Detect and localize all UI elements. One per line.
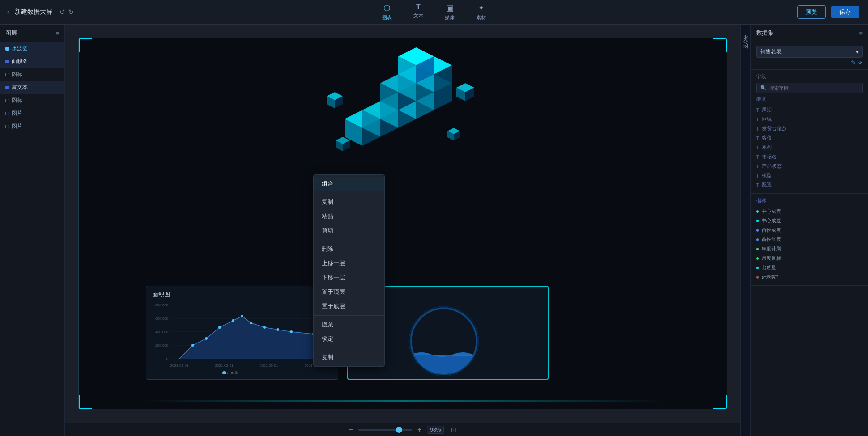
layer-icon2[interactable]: 图标 bbox=[0, 94, 64, 107]
area-chart-title: 面积图 bbox=[153, 291, 332, 299]
dim-item-8: T 配置 bbox=[756, 180, 863, 190]
dim-item-4: T 系列 bbox=[756, 143, 863, 152]
metric-dot-3 bbox=[756, 238, 759, 241]
right-panel-menu[interactable]: ≡ bbox=[859, 30, 863, 37]
dataset-refresh-icon[interactable]: ⟳ bbox=[858, 59, 863, 66]
layer-image1[interactable]: 图片 bbox=[0, 107, 64, 120]
ctx-divider-2 bbox=[314, 240, 384, 240]
right-panel-header: 数据集 ≡ bbox=[751, 25, 868, 42]
layer-water[interactable]: 水波图 bbox=[0, 42, 64, 55]
toolbar-media[interactable]: ▣ 媒体 bbox=[441, 1, 458, 23]
metric-3: 首份维度 bbox=[756, 235, 863, 244]
metric-4: 年度计划 bbox=[756, 244, 863, 254]
svg-point-53 bbox=[191, 344, 194, 347]
fit-screen-button[interactable]: ⊡ bbox=[451, 426, 456, 433]
layer-icon1[interactable]: 图标 bbox=[0, 68, 64, 81]
layer-dot-icon2 bbox=[5, 99, 9, 102]
ctx-copy[interactable]: 复制 bbox=[314, 195, 384, 209]
corner-br bbox=[713, 395, 727, 409]
ctx-move-up[interactable]: 上移一层 bbox=[314, 256, 384, 271]
preview-button[interactable]: 预览 bbox=[797, 5, 826, 19]
metric-6: 出货量 bbox=[756, 263, 863, 272]
dataset-edit-icon[interactable]: ✎ bbox=[851, 59, 855, 66]
layer-image2[interactable]: 图片 bbox=[0, 120, 64, 133]
cubes-visual bbox=[318, 47, 488, 173]
layers-title: 图层 bbox=[5, 29, 17, 37]
svg-point-57 bbox=[241, 315, 243, 317]
svg-text:出货量: 出货量 bbox=[227, 371, 238, 374]
dataset-select-arrow: ▾ bbox=[856, 49, 859, 55]
material-icon: ✦ bbox=[478, 3, 485, 13]
redo-button[interactable]: ↻ bbox=[68, 8, 74, 16]
zoom-thumb bbox=[396, 427, 402, 433]
layer-label-image2: 图片 bbox=[12, 123, 22, 130]
svg-point-64 bbox=[222, 371, 226, 374]
toolbar-text[interactable]: T 文本 bbox=[410, 1, 427, 23]
svg-text:200,000: 200,000 bbox=[155, 343, 168, 347]
dataset-section: 销售总表 ▾ ✎ ⟳ bbox=[751, 42, 868, 70]
metrics-label: 指标 bbox=[756, 197, 863, 204]
undo-redo-group: ↺ ↻ bbox=[60, 8, 74, 16]
zoom-out-button[interactable]: − bbox=[349, 426, 353, 434]
ctx-cut[interactable]: 剪切 bbox=[314, 224, 384, 238]
zoom-slider[interactable] bbox=[358, 429, 412, 431]
svg-text:2021-03-01: 2021-03-01 bbox=[215, 364, 234, 368]
search-icon: 🔍 bbox=[760, 85, 766, 91]
zoom-in-button[interactable]: + bbox=[417, 426, 421, 434]
back-button[interactable]: ‹ bbox=[5, 6, 11, 18]
side-tab-icon[interactable]: ≡ bbox=[744, 426, 747, 432]
dim-item-1: T 区域 bbox=[756, 114, 863, 124]
main-canvas[interactable]: 面积图 800,000 600,000 400,000 200,000 0 20… bbox=[65, 25, 740, 423]
layer-dot-area bbox=[5, 60, 9, 63]
dim-icon-4: T bbox=[756, 145, 759, 150]
dim-item-7: T 机型 bbox=[756, 171, 863, 180]
top-bar: ‹ 新建数据大屏 ↺ ↻ ⬡ 图表 T 文本 ▣ 媒体 ✦ 素材 预览 保存 bbox=[0, 0, 868, 25]
text-icon: T bbox=[416, 3, 421, 11]
ctx-duplicate[interactable]: 复制 bbox=[314, 350, 384, 364]
toolbar-material[interactable]: ✦ 素材 bbox=[472, 1, 489, 23]
dim-icon-3: T bbox=[756, 135, 759, 141]
layer-dot-image2 bbox=[5, 125, 9, 128]
bottom-decoration bbox=[144, 400, 662, 402]
dim-item-3: T 客份 bbox=[756, 133, 863, 143]
toolbar-center: ⬡ 图表 T 文本 ▣ 媒体 ✦ 素材 bbox=[89, 1, 779, 23]
layer-dot-richtext bbox=[5, 86, 9, 89]
metric-1: 中心成度 bbox=[756, 216, 863, 225]
ctx-delete[interactable]: 删除 bbox=[314, 242, 384, 256]
search-input[interactable] bbox=[769, 85, 859, 91]
metric-7: 记录数* bbox=[756, 272, 863, 282]
svg-text:600,000: 600,000 bbox=[155, 317, 168, 321]
layer-area[interactable]: 面积图 bbox=[0, 55, 64, 68]
save-button[interactable]: 保存 bbox=[831, 6, 859, 18]
svg-point-54 bbox=[205, 337, 208, 340]
right-panel-title: 数据集 bbox=[756, 29, 774, 37]
layers-menu-icon[interactable]: ≡ bbox=[55, 30, 59, 37]
fields-label: 字段 bbox=[756, 73, 863, 80]
dataset-actions: ✎ ⟳ bbox=[756, 59, 863, 66]
ctx-hide[interactable]: 隐藏 bbox=[314, 317, 384, 332]
dimensions-label: 维度 bbox=[756, 96, 863, 102]
toolbar-chart[interactable]: ⬡ 图表 bbox=[379, 1, 396, 23]
ctx-to-bottom[interactable]: 置于底层 bbox=[314, 299, 384, 313]
top-bar-right: 预览 保存 bbox=[779, 5, 868, 19]
metric-dot-7 bbox=[756, 276, 759, 279]
corner-tl bbox=[79, 38, 92, 52]
corner-bl bbox=[79, 395, 92, 409]
dim-icon-0: T bbox=[756, 107, 759, 113]
ctx-move-down[interactable]: 下移一层 bbox=[314, 271, 384, 285]
ctx-lock[interactable]: 锁定 bbox=[314, 332, 384, 346]
undo-button[interactable]: ↺ bbox=[60, 8, 65, 16]
metrics-section: 指标 中心成度 中心成度 首份成度 首份维度 年度计划 bbox=[751, 194, 868, 286]
ctx-group[interactable]: 组合 bbox=[314, 177, 384, 191]
layer-richtext[interactable]: 富文本 bbox=[0, 81, 64, 94]
ctx-to-top[interactable]: 置于顶层 bbox=[314, 285, 384, 299]
ctx-divider-4 bbox=[314, 348, 384, 348]
ctx-paste[interactable]: 粘贴 bbox=[314, 209, 384, 224]
dataset-select[interactable]: 销售总表 ▾ bbox=[756, 46, 863, 58]
layer-dot-icon1 bbox=[5, 73, 9, 76]
app-title: 新建数据大屏 bbox=[15, 8, 52, 16]
area-chart[interactable]: 面积图 800,000 600,000 400,000 200,000 0 20… bbox=[146, 286, 338, 380]
metric-5: 月度目标 bbox=[756, 254, 863, 263]
chart-icon: ⬡ bbox=[383, 3, 391, 13]
metric-dot-5 bbox=[756, 257, 759, 260]
